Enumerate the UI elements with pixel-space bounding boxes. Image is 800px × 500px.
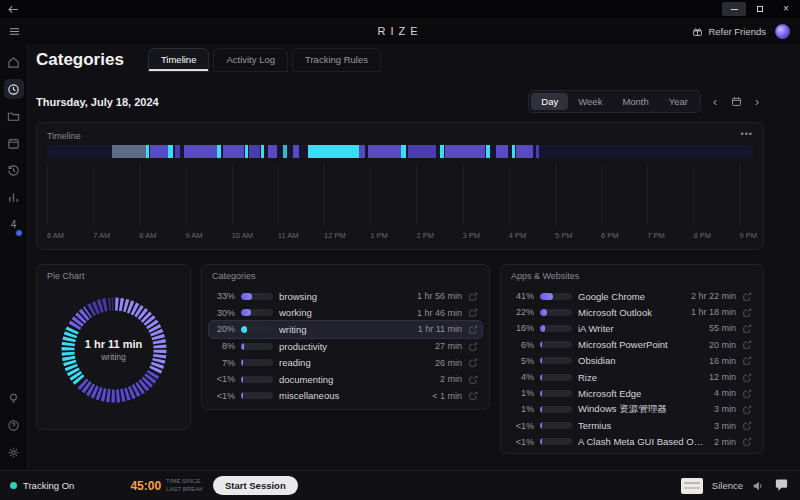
pie-slice-writing[interactable]	[68, 329, 80, 381]
timeline-segment[interactable]	[168, 145, 172, 158]
sidebar-item-projects[interactable]	[4, 106, 24, 126]
sidebar-item-history[interactable]	[4, 160, 24, 180]
edit-icon[interactable]	[468, 374, 478, 384]
timeline-menu-icon[interactable]: •••	[731, 123, 763, 139]
timeline-segment[interactable]	[146, 145, 150, 158]
edit-icon[interactable]	[742, 437, 752, 447]
pie-slice-browsing[interactable]	[115, 304, 160, 371]
sidebar-item-settings[interactable]	[4, 442, 24, 462]
prev-day-button[interactable]: ‹	[708, 92, 722, 112]
pie-slice-reading[interactable]	[90, 305, 107, 311]
row-bar-fill	[540, 357, 542, 364]
speaker-icon[interactable]	[752, 480, 764, 492]
list-item[interactable]: <1% A Clash Meta GUI Based On Ta... 2 mi…	[508, 434, 756, 450]
pie-slice-productivity[interactable]	[74, 312, 88, 327]
sidebar-item-reports[interactable]	[4, 187, 24, 207]
start-session-button[interactable]: Start Session	[213, 476, 298, 495]
calendar-picker-button[interactable]	[729, 92, 743, 112]
list-item[interactable]: 8% productivity 27 min	[209, 338, 482, 355]
edit-icon[interactable]	[468, 391, 478, 401]
timeline-segment[interactable]	[150, 145, 168, 158]
edit-icon[interactable]	[742, 404, 752, 414]
next-day-button[interactable]: ›	[750, 92, 764, 112]
edit-icon[interactable]	[468, 358, 478, 368]
edit-icon[interactable]	[742, 307, 752, 317]
edit-icon[interactable]	[742, 291, 752, 301]
timeline-segment[interactable]	[408, 145, 436, 158]
list-item[interactable]: 1% Windows 资源管理器 3 min	[508, 401, 756, 417]
timeline-segment[interactable]	[112, 145, 146, 158]
edit-icon[interactable]	[468, 291, 478, 301]
edit-icon[interactable]	[742, 340, 752, 350]
edit-icon[interactable]	[742, 388, 752, 398]
timeline-segment[interactable]	[496, 145, 508, 158]
range-year[interactable]: Year	[659, 93, 698, 110]
list-item[interactable]: 6% Microsoft PowerPoint 20 min	[508, 337, 756, 353]
list-item[interactable]: 1% Microsoft Edge 4 min	[508, 385, 756, 401]
list-item[interactable]: <1% Termius 3 min	[508, 418, 756, 434]
tab-activity-log[interactable]: Activity Log	[213, 48, 288, 72]
list-item[interactable]: 5% Obsidian 16 min	[508, 353, 756, 369]
timeline-segment[interactable]	[440, 145, 444, 158]
timeline-segment[interactable]	[308, 145, 359, 158]
list-item[interactable]: <1% documenting 2 min	[209, 371, 482, 388]
close-button[interactable]: ×	[774, 2, 798, 16]
tab-timeline[interactable]: Timeline	[148, 48, 210, 72]
menu-icon[interactable]	[0, 26, 28, 37]
tab-tracking-rules[interactable]: Tracking Rules	[292, 48, 381, 72]
range-month[interactable]: Month	[612, 93, 658, 110]
timeline-segment[interactable]	[249, 145, 260, 158]
timeline-segment[interactable]	[512, 145, 516, 158]
list-item[interactable]: 33% browsing 1 hr 56 min	[209, 288, 482, 305]
maximize-button[interactable]	[748, 2, 772, 16]
list-item[interactable]: <1% miscellaneous < 1 min	[209, 388, 482, 405]
timeline-segment[interactable]	[486, 145, 490, 158]
refer-friends-button[interactable]: Refer Friends	[692, 26, 766, 37]
timeline-segment[interactable]	[445, 145, 485, 158]
timeline-segment[interactable]	[245, 145, 249, 158]
edit-icon[interactable]	[742, 356, 752, 366]
range-week[interactable]: Week	[568, 93, 612, 110]
timeline-segment[interactable]	[359, 145, 365, 158]
edit-icon[interactable]	[742, 421, 752, 431]
list-item[interactable]: 30% working 1 hr 46 min	[209, 305, 482, 322]
grid-line	[93, 163, 94, 228]
chat-bubble-icon[interactable]	[773, 477, 790, 494]
sidebar-item-help[interactable]	[4, 415, 24, 435]
pie-slice-working[interactable]	[81, 373, 153, 396]
timeline-segment[interactable]	[536, 145, 539, 158]
list-item[interactable]: 7% reading 26 min	[209, 354, 482, 371]
row-label: reading	[279, 357, 429, 368]
sidebar-item-streak[interactable]: 4	[4, 214, 24, 234]
timeline-segment[interactable]	[268, 145, 277, 158]
minimize-button[interactable]	[722, 2, 746, 16]
edit-icon[interactable]	[468, 324, 478, 334]
timeline-segment[interactable]	[401, 145, 405, 158]
timeline-segment[interactable]	[516, 145, 533, 158]
timeline-segment[interactable]	[368, 145, 401, 158]
timeline-segment[interactable]	[293, 145, 299, 158]
back-arrow-icon[interactable]	[8, 5, 19, 14]
list-item[interactable]: 41% Google Chrome 2 hr 22 min	[508, 288, 756, 304]
sidebar-item-calendar[interactable]	[4, 133, 24, 153]
timeline-segment[interactable]	[223, 145, 244, 158]
edit-icon[interactable]	[468, 341, 478, 351]
sidebar-item-home[interactable]	[4, 52, 24, 72]
list-item[interactable]: 22% Microsoft Outlook 1 hr 18 min	[508, 304, 756, 320]
timeline-segment[interactable]	[283, 145, 287, 158]
sidebar-item-categories[interactable]	[4, 79, 24, 99]
range-day[interactable]: Day	[531, 93, 568, 110]
edit-icon[interactable]	[468, 308, 478, 318]
edit-icon[interactable]	[742, 372, 752, 382]
edit-icon[interactable]	[742, 323, 752, 333]
timeline-segment[interactable]	[184, 145, 217, 158]
list-item[interactable]: 4% Rize 12 min	[508, 369, 756, 385]
sidebar-item-whats-new[interactable]	[4, 388, 24, 408]
timeline-segment[interactable]	[175, 145, 180, 158]
list-item[interactable]: 20% writing 1 hr 11 min	[209, 321, 482, 338]
avatar[interactable]	[775, 24, 790, 39]
list-item[interactable]: 16% iA Writer 55 min	[508, 320, 756, 336]
timeline-segment[interactable]	[217, 145, 221, 158]
screenshot-thumbnail[interactable]	[681, 478, 703, 494]
timeline-segment[interactable]	[261, 145, 265, 158]
